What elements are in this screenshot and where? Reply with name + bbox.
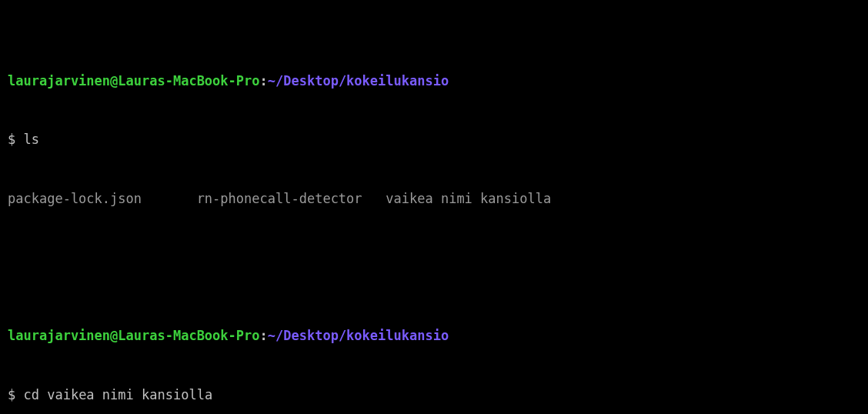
prompt-colon: : bbox=[260, 73, 268, 88]
prompt-line: laurajarvinen@Lauras-MacBook-Pro:~/Deskt… bbox=[8, 326, 860, 346]
command-line: $ cd vaikea nimi kansiolla bbox=[8, 386, 860, 406]
prompt-colon: : bbox=[260, 328, 268, 343]
blank-line bbox=[8, 248, 860, 268]
command-text: cd vaikea nimi kansiolla bbox=[23, 387, 212, 402]
path: ~/Desktop/kokeilukansio bbox=[268, 328, 449, 343]
user-host: laurajarvinen@Lauras-MacBook-Pro bbox=[8, 328, 260, 343]
path: ~/Desktop/kokeilukansio bbox=[268, 73, 449, 88]
terminal[interactable]: laurajarvinen@Lauras-MacBook-Pro:~/Deskt… bbox=[8, 12, 860, 414]
command-line: $ ls bbox=[8, 130, 860, 150]
user-host: laurajarvinen@Lauras-MacBook-Pro bbox=[8, 73, 260, 88]
command-text: ls bbox=[23, 132, 38, 147]
prompt-symbol: $ bbox=[8, 387, 23, 402]
command-output: package-lock.json rn-phonecall-detector … bbox=[8, 189, 860, 209]
prompt-line: laurajarvinen@Lauras-MacBook-Pro:~/Deskt… bbox=[8, 72, 860, 92]
prompt-symbol: $ bbox=[8, 132, 23, 147]
